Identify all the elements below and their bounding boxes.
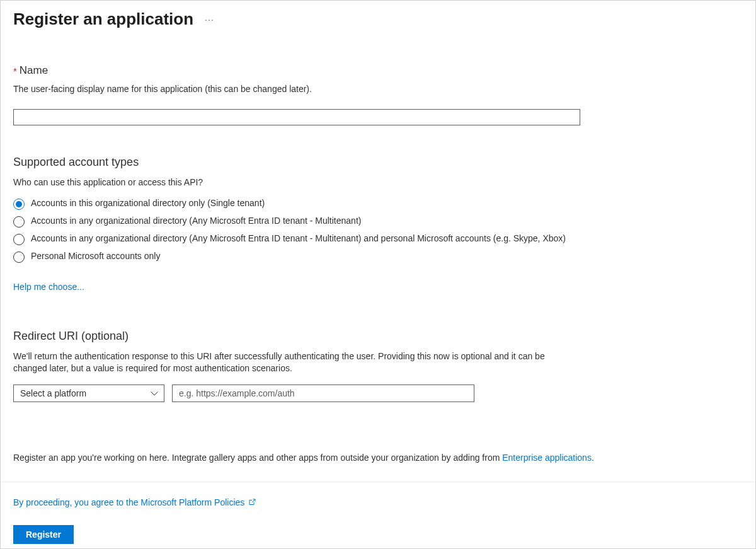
account-types-section: Supported account types Who can use this… <box>13 156 743 292</box>
redirect-uri-description: We'll return the authentication response… <box>13 350 580 374</box>
radio-icon <box>13 199 25 210</box>
name-section: * Name The user-facing display name for … <box>13 64 743 125</box>
external-link-icon <box>248 499 256 506</box>
redirect-uri-title: Redirect URI (optional) <box>13 330 743 343</box>
footnote-prefix: Register an app you're working on here. … <box>13 453 502 463</box>
name-label: Name <box>20 64 48 77</box>
footnote-suffix: . <box>592 453 594 463</box>
radio-label: Accounts in any organizational directory… <box>31 233 566 245</box>
required-marker: * <box>13 66 17 76</box>
radio-multitenant[interactable]: Accounts in any organizational directory… <box>13 212 605 230</box>
account-types-question: Who can use this application or access t… <box>13 176 580 188</box>
help-me-choose-link[interactable]: Help me choose... <box>13 282 84 292</box>
radio-personal-only[interactable]: Personal Microsoft accounts only <box>13 248 605 265</box>
platform-select[interactable]: Select a platform <box>13 384 164 402</box>
radio-label: Accounts in any organizational directory… <box>31 215 361 228</box>
name-description: The user-facing display name for this ap… <box>13 83 580 95</box>
policy-link-text: By proceeding, you agree to the Microsof… <box>13 497 244 507</box>
page-title: Register an application <box>13 9 193 29</box>
app-name-input[interactable] <box>13 109 580 125</box>
platform-policies-link[interactable]: By proceeding, you agree to the Microsof… <box>13 497 256 507</box>
register-button[interactable]: Register <box>13 525 74 544</box>
app-registration-form: Register an application ··· * Name The u… <box>0 0 756 549</box>
gallery-apps-note: Register an app you're working on here. … <box>13 453 743 463</box>
redirect-uri-section: Redirect URI (optional) We'll return the… <box>13 330 743 402</box>
radio-label: Personal Microsoft accounts only <box>31 250 160 263</box>
radio-icon <box>13 234 25 245</box>
enterprise-applications-link[interactable]: Enterprise applications <box>502 453 592 463</box>
radio-label: Accounts in this organizational director… <box>31 197 265 210</box>
account-types-title: Supported account types <box>13 156 743 169</box>
radio-icon <box>13 216 25 228</box>
radio-single-tenant[interactable]: Accounts in this organizational director… <box>13 195 605 212</box>
redirect-uri-input[interactable] <box>172 384 474 402</box>
more-actions-icon[interactable]: ··· <box>205 14 214 25</box>
radio-icon <box>13 251 25 263</box>
account-types-radio-group: Accounts in this organizational director… <box>13 195 743 265</box>
platform-select-value: Select a platform <box>20 388 86 398</box>
radio-multitenant-personal[interactable]: Accounts in any organizational directory… <box>13 230 605 248</box>
chevron-down-icon <box>150 389 159 398</box>
